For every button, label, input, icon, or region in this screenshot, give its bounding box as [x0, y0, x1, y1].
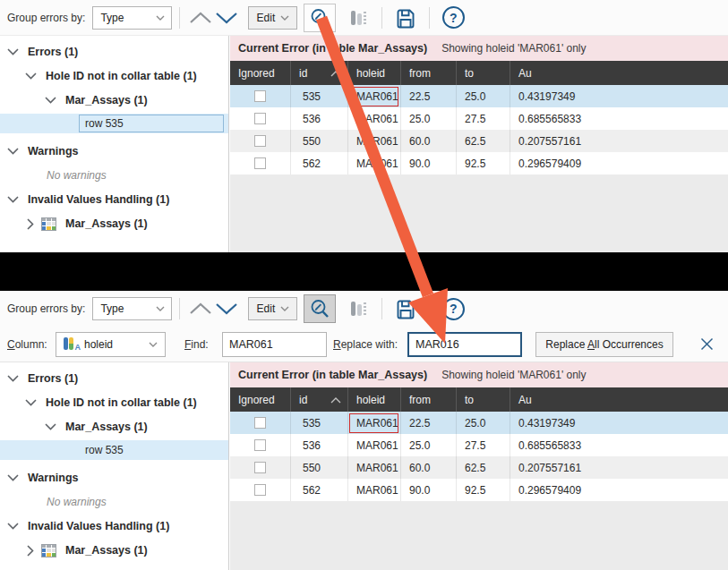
table-row[interactable]: 550 MAR061 60.0 62.5 0.207557161: [230, 456, 728, 479]
chevron-down-icon: [280, 15, 289, 21]
holeid-cell: MAR061: [348, 412, 401, 434]
ignored-checkbox[interactable]: [254, 90, 266, 102]
table-row[interactable]: 562 MAR061 90.0 92.5 0.296579409: [230, 479, 728, 501]
column-header-to[interactable]: to: [457, 387, 510, 412]
table-row[interactable]: 536 MAR061 25.0 27.5 0.685565833: [230, 107, 728, 130]
ignored-checkbox[interactable]: [254, 135, 266, 147]
tree-node-warnings[interactable]: Warnings: [0, 140, 228, 162]
tree-node-errors[interactable]: Errors (1): [0, 41, 228, 63]
current-error-panel: Current Error (in table Mar_Assays) Show…: [230, 362, 728, 570]
ignored-checkbox[interactable]: [254, 113, 266, 124]
tree-label: Hole ID not in collar table (1): [46, 70, 197, 82]
current-error-panel: Current Error (in table Mar_Assays) Show…: [230, 36, 728, 252]
help-button[interactable]: ?: [437, 4, 469, 32]
column-header-au[interactable]: Au: [510, 387, 728, 412]
column-header-ignored[interactable]: Ignored: [230, 387, 291, 412]
panel-title: Current Error (in table Mar_Assays): [238, 42, 427, 55]
save-button[interactable]: [390, 294, 422, 323]
next-error-button[interactable]: [213, 297, 239, 320]
close-icon: [700, 337, 714, 351]
find-replace-bar: Column: A holeid Find: Replace with: Rep…: [0, 327, 728, 362]
to-cell: 27.5: [457, 107, 510, 130]
ignored-cell: [230, 107, 291, 130]
toolbar-separator: [381, 7, 382, 29]
edit-label: Edit: [257, 12, 276, 24]
tree-node-hole-id[interactable]: Hole ID not in collar table (1): [0, 392, 228, 413]
find-input[interactable]: [222, 332, 327, 357]
from-cell: 60.0: [401, 456, 457, 479]
fix-errors-button[interactable]: [342, 4, 374, 32]
column-header-id[interactable]: id: [291, 61, 348, 85]
table-row[interactable]: 535 MAR061 22.5 25.0 0.43197349: [230, 85, 728, 107]
toolbar-top: Group errors by: Type Edit: [0, 0, 728, 36]
group-errors-by-label: Group errors by:: [7, 302, 85, 315]
holeid-cell: MAR061: [348, 152, 401, 174]
column-header-from[interactable]: from: [401, 387, 457, 412]
column-select-dropdown[interactable]: A holeid: [56, 332, 166, 357]
chevron-down-icon: [25, 72, 37, 80]
group-by-dropdown[interactable]: Type: [92, 297, 172, 320]
search-edit-icon: [309, 298, 330, 319]
holeid-cell: MAR061: [348, 434, 401, 456]
id-cell: 562: [291, 479, 348, 501]
previous-error-button[interactable]: [187, 6, 213, 30]
column-header-au[interactable]: Au: [510, 61, 728, 85]
tree-label: Mar_Assays (1): [65, 217, 148, 230]
next-error-button[interactable]: [213, 6, 239, 30]
toolbar-separator: [429, 7, 430, 29]
tree-node-row-535[interactable]: row 535: [0, 114, 228, 133]
tree-node-invalid-mar-assays[interactable]: Mar_Assays (1): [0, 540, 228, 561]
tree-node-hole-id[interactable]: Hole ID not in collar table (1): [0, 65, 228, 87]
group-by-value: Type: [100, 12, 124, 24]
tree-node-warnings[interactable]: Warnings: [0, 467, 228, 489]
table-row[interactable]: 536 MAR061 25.0 27.5 0.685565833: [230, 434, 728, 456]
tree-node-row-535[interactable]: row 535: [0, 440, 228, 460]
error-panel-top: Errors (1) Hole ID not in collar table (…: [0, 36, 728, 252]
sort-ascending-icon: [330, 397, 341, 404]
replace-all-occurrences-button[interactable]: Replace All Occurrences: [535, 332, 673, 357]
edit-dropdown-button[interactable]: Edit: [248, 297, 297, 320]
column-header-holeid[interactable]: holeid: [348, 387, 401, 412]
toolbar-separator: [429, 298, 430, 319]
ignored-checkbox[interactable]: [254, 484, 266, 496]
column-header-to[interactable]: to: [457, 61, 510, 85]
from-cell: 22.5: [401, 85, 457, 107]
previous-error-button[interactable]: [187, 297, 213, 320]
ignored-checkbox[interactable]: [254, 157, 266, 169]
tree-node-invalid-values[interactable]: Invalid Values Handling (1): [0, 189, 228, 210]
tree-label: Errors (1): [28, 46, 78, 58]
to-cell: 92.5: [457, 152, 510, 174]
edit-dropdown-button[interactable]: Edit: [248, 6, 297, 30]
chevron-down-icon: [45, 97, 56, 104]
fix-errors-button[interactable]: [342, 294, 374, 323]
table-row[interactable]: 535 MAR061 22.5 25.0 0.43197349: [230, 412, 728, 434]
tree-node-mar-assays[interactable]: Mar_Assays (1): [0, 89, 228, 111]
column-header-ignored[interactable]: Ignored: [230, 61, 291, 85]
tree-node-errors[interactable]: Errors (1): [0, 368, 228, 389]
tree-node-mar-assays[interactable]: Mar_Assays (1): [0, 416, 228, 438]
table-row[interactable]: 562 MAR061 90.0 92.5 0.296579409: [230, 152, 728, 174]
help-button[interactable]: ?: [437, 294, 469, 323]
ignored-checkbox[interactable]: [254, 462, 266, 473]
ignored-checkbox[interactable]: [254, 439, 266, 451]
close-find-bar-button[interactable]: [697, 335, 716, 354]
find-replace-button-active[interactable]: [304, 294, 336, 323]
replace-with-label: Replace with:: [333, 338, 398, 351]
column-header-id[interactable]: id: [291, 387, 348, 412]
replace-with-input[interactable]: [407, 332, 522, 357]
error-tree: Errors (1) Hole ID not in collar table (…: [0, 362, 229, 570]
tree-node-invalid-mar-assays[interactable]: Mar_Assays (1): [0, 213, 228, 234]
find-replace-button[interactable]: [304, 4, 336, 32]
column-header-from[interactable]: from: [401, 61, 457, 85]
toolbar-separator: [179, 7, 180, 29]
id-cell: 535: [291, 85, 348, 107]
help-icon: ?: [442, 298, 465, 320]
save-button[interactable]: [390, 4, 422, 32]
table-row[interactable]: 550 MAR061 60.0 62.5 0.207557161: [230, 130, 728, 152]
column-header-holeid[interactable]: holeid: [348, 61, 401, 85]
ignored-checkbox[interactable]: [254, 417, 266, 429]
tree-node-invalid-values[interactable]: Invalid Values Handling (1): [0, 515, 228, 537]
tree-note-no-warnings: No warnings: [0, 165, 228, 186]
group-by-dropdown[interactable]: Type: [92, 6, 172, 30]
chevron-right-icon: [27, 218, 34, 230]
